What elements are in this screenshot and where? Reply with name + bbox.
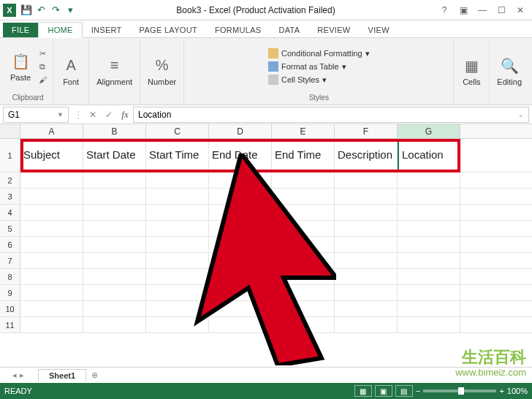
cell[interactable] (209, 221, 272, 236)
cell[interactable] (209, 285, 272, 300)
cell[interactable] (83, 285, 146, 300)
cell[interactable] (335, 221, 398, 236)
cell[interactable] (335, 189, 398, 204)
cell-C1[interactable]: Start Time (146, 139, 209, 172)
sheet-nav[interactable]: ◂ ▸ (0, 370, 37, 380)
row-header-10[interactable]: 10 (0, 301, 20, 316)
save-icon[interactable]: 💾 (20, 4, 32, 16)
row-header-4[interactable]: 4 (0, 205, 20, 220)
cell[interactable] (272, 253, 335, 268)
col-header-D[interactable]: D (209, 124, 272, 138)
formula-input[interactable]: Location ⌄ (133, 107, 529, 123)
name-box[interactable]: G1 ▼ (3, 107, 69, 123)
cell[interactable] (398, 253, 460, 268)
cell[interactable] (209, 253, 272, 268)
cell[interactable] (272, 285, 335, 300)
cell[interactable] (20, 189, 83, 204)
cell[interactable] (20, 253, 83, 268)
cell[interactable] (335, 301, 398, 316)
cell[interactable] (335, 205, 398, 220)
cell[interactable] (146, 301, 209, 316)
cell[interactable] (272, 172, 335, 188)
col-header-F[interactable]: F (335, 124, 398, 138)
undo-icon[interactable]: ↶ (35, 4, 47, 16)
cancel-formula-icon[interactable]: ✕ (85, 110, 101, 120)
spreadsheet-grid[interactable]: A B C D E F G 1 Subject Start Date Start… (0, 124, 532, 367)
tab-formulas[interactable]: FORMULAS (206, 23, 270, 37)
cell[interactable] (146, 269, 209, 284)
cell[interactable] (146, 253, 209, 268)
cell[interactable] (398, 172, 460, 188)
cell[interactable] (209, 205, 272, 220)
sheet-tab-sheet1[interactable]: Sheet1 (38, 369, 86, 381)
cell[interactable] (20, 301, 83, 316)
row-header-1[interactable]: 1 (0, 139, 20, 172)
zoom-out-icon[interactable]: − (416, 387, 420, 395)
format-painter-icon[interactable]: 🖌 (37, 74, 48, 86)
expand-formula-icon[interactable]: ⌄ (518, 111, 524, 118)
cell[interactable] (83, 253, 146, 268)
row-header-6[interactable]: 6 (0, 237, 20, 252)
tab-insert[interactable]: INSERT (83, 23, 131, 37)
tab-page-layout[interactable]: PAGE LAYOUT (131, 23, 206, 37)
cell[interactable] (335, 172, 398, 188)
cell[interactable] (272, 205, 335, 220)
cell[interactable] (20, 285, 83, 300)
cell[interactable] (209, 269, 272, 284)
row-header-8[interactable]: 8 (0, 269, 20, 284)
cell[interactable] (209, 301, 272, 316)
cell[interactable] (335, 285, 398, 300)
cell[interactable] (20, 317, 83, 332)
cell[interactable] (83, 221, 146, 236)
cell[interactable] (20, 221, 83, 236)
cell[interactable] (83, 269, 146, 284)
tab-file[interactable]: FILE (3, 23, 38, 37)
cell[interactable] (146, 285, 209, 300)
cell[interactable] (209, 317, 272, 332)
cell[interactable] (335, 253, 398, 268)
cell[interactable] (146, 205, 209, 220)
select-all-corner[interactable] (0, 124, 20, 138)
add-sheet-button[interactable]: ⊕ (86, 370, 102, 380)
row-header-9[interactable]: 9 (0, 285, 20, 300)
cell[interactable] (83, 205, 146, 220)
ribbon-options-icon[interactable]: ▣ (455, 3, 472, 18)
cell[interactable] (335, 237, 398, 252)
cell[interactable] (272, 221, 335, 236)
maximize-icon[interactable]: ☐ (493, 3, 510, 18)
cell-D1[interactable]: End Date (209, 139, 272, 172)
page-break-view-icon[interactable]: ▤ (395, 385, 413, 397)
cell[interactable] (209, 237, 272, 252)
alignment-button[interactable]: ≡ Alignment (94, 54, 135, 88)
paste-button[interactable]: 📋 Paste (7, 50, 34, 83)
cell[interactable] (146, 317, 209, 332)
row-header-7[interactable]: 7 (0, 253, 20, 268)
row-header-3[interactable]: 3 (0, 189, 20, 204)
normal-view-icon[interactable]: ▦ (354, 385, 372, 397)
cell-styles-button[interactable]: Cell Styles ▾ (267, 74, 371, 86)
format-as-table-button[interactable]: Format as Table ▾ (267, 61, 371, 72)
zoom-slider[interactable] (423, 390, 496, 392)
cell-B1[interactable]: Start Date (83, 139, 146, 172)
cell[interactable] (398, 285, 460, 300)
cell-E1[interactable]: End Time (272, 139, 335, 172)
cell[interactable] (398, 301, 460, 316)
col-header-C[interactable]: C (146, 124, 209, 138)
copy-icon[interactable]: ⧉ (37, 61, 48, 72)
close-icon[interactable]: ✕ (512, 3, 529, 18)
tab-data[interactable]: DATA (270, 23, 308, 37)
cell[interactable] (272, 189, 335, 204)
cell[interactable] (398, 269, 460, 284)
redo-icon[interactable]: ↷ (50, 4, 61, 16)
cell[interactable] (209, 189, 272, 204)
cell[interactable] (146, 172, 209, 188)
row-header-11[interactable]: 11 (0, 317, 20, 332)
qat-customize-icon[interactable]: ▾ (64, 4, 76, 16)
tab-review[interactable]: REVIEW (308, 23, 359, 37)
enter-formula-icon[interactable]: ✓ (101, 110, 117, 120)
cell-F1[interactable]: Description (335, 139, 398, 172)
cell[interactable] (83, 189, 146, 204)
chevron-down-icon[interactable]: ▼ (57, 111, 64, 118)
cell[interactable] (398, 221, 460, 236)
cell[interactable] (20, 172, 83, 188)
